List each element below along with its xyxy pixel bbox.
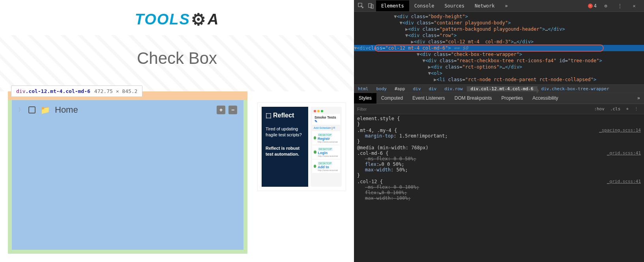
- chevron-right-icon[interactable]: 〉: [18, 106, 24, 113]
- more-menu-icon[interactable]: ⋮: [615, 1, 625, 11]
- hov-toggle[interactable]: :hov: [592, 106, 607, 112]
- ad-panel-left: ⬚Reflect Tired of updating fragile test …: [262, 107, 308, 187]
- tabs-overflow-icon[interactable]: »: [500, 0, 513, 11]
- ad-item: DESKTOP Registrhttp://www.automat: [312, 131, 340, 145]
- device-toolbar-icon[interactable]: [366, 1, 376, 11]
- media-query: @media (min-width: 768px): [357, 145, 641, 151]
- rule-source-link[interactable]: _grid.scss:41: [607, 179, 641, 184]
- gear-icon: ⚙: [191, 10, 207, 29]
- ad-add-schedule: Add Schedule: [314, 126, 331, 129]
- cls-toggle[interactable]: .cls: [608, 106, 623, 112]
- tab-elements[interactable]: Elements: [376, 0, 409, 11]
- ad-preview: Smoke Tests ✎ Add Schedule | R DESKTOP R…: [311, 107, 342, 187]
- css-property-overridden[interactable]: -ms-flex: 0 0 50%;: [357, 156, 641, 162]
- highlight-content: 〉 📁 Home + −: [12, 100, 243, 250]
- reflect-icon: ⬚: [266, 111, 271, 119]
- tab-network[interactable]: Network: [470, 0, 500, 11]
- css-property[interactable]: margin-top: 1.5rem!important;: [357, 133, 641, 139]
- crumb-row[interactable]: div.row: [440, 86, 466, 91]
- styles-tabs-overflow-icon[interactable]: »: [633, 93, 644, 104]
- window-dots-icon: [312, 108, 340, 114]
- collapse-all-button[interactable]: −: [228, 106, 237, 114]
- crumb-body[interactable]: body: [373, 86, 391, 91]
- styles-tab-bar: Styles Computed Event Listeners DOM Brea…: [354, 93, 644, 104]
- crumb-html[interactable]: html: [354, 86, 373, 91]
- styles-pane[interactable]: element.style { } .mt-4, .my-4 {_spacing…: [354, 114, 644, 262]
- checkbox-unchecked-icon[interactable]: [28, 106, 36, 113]
- tab-accessibility[interactable]: Accessibility: [528, 93, 563, 104]
- tooltip-tag: div: [16, 88, 25, 94]
- dom-selected-node[interactable]: ⋯ ▼<div class="col-12 mt-4 col-md-6"> ==…: [354, 45, 644, 51]
- css-property[interactable]: flex:▶0 0 50%;: [357, 162, 641, 167]
- rule-selector[interactable]: .col-12 {: [357, 179, 383, 184]
- page-viewport: TOOLS⚙A Check Box div.col-12.mt-4.col-md…: [0, 0, 354, 262]
- devtools-panel: Elements Console Sources Network » ✕4 ⚙ …: [354, 0, 644, 262]
- rule-selector[interactable]: .mt-4, .my-4 {: [357, 128, 397, 133]
- ad-item: DESKTOP Loginhttp://www.automat: [312, 145, 340, 159]
- tooltip-dimensions: 472.75 × 845.2: [94, 88, 138, 94]
- logo-header: TOOLS⚙A: [0, 0, 354, 35]
- highlight-padding: 〉 📁 Home + −: [8, 100, 247, 254]
- styles-filter-input[interactable]: [357, 107, 592, 111]
- styles-more-icon[interactable]: ⋮: [632, 106, 641, 112]
- tab-dom-breakpoints[interactable]: DOM Breakpoints: [450, 93, 497, 104]
- crumb-wrapper[interactable]: div.check-box-tree-wrapper: [537, 86, 613, 91]
- rule-source-link[interactable]: _grid.scss:41: [607, 151, 641, 156]
- tab-computed[interactable]: Computed: [376, 93, 408, 104]
- ad-item: DESKTOP Add tohttp://www.automat: [312, 160, 340, 173]
- content-row: 〉 📁 Home + −: [0, 91, 354, 254]
- error-count-badge[interactable]: ✕4: [588, 3, 597, 9]
- toolsqa-logo[interactable]: TOOLS⚙A: [135, 10, 219, 29]
- folder-icon: 📁: [40, 105, 50, 115]
- dom-tree[interactable]: ▼<div class="body-height"> ▼<div class="…: [354, 12, 644, 84]
- devtools-toolbar: Elements Console Sources Network » ✕4 ⚙ …: [354, 0, 644, 12]
- tooltip-classes: .col-12.mt-4.col-md-6: [25, 88, 90, 94]
- crumb-selected[interactable]: div.col-12.mt-4.col-md-6: [467, 86, 537, 91]
- error-dot-icon: ✕: [588, 4, 593, 8]
- tab-styles[interactable]: Styles: [354, 93, 376, 104]
- crumb-app[interactable]: #app: [391, 86, 409, 91]
- css-property-overridden[interactable]: max-width: 100%;: [357, 195, 641, 201]
- rule-selector[interactable]: element.style {: [357, 116, 641, 121]
- svg-rect-2: [371, 5, 373, 8]
- tab-properties[interactable]: Properties: [496, 93, 528, 104]
- css-property[interactable]: max-width: 50%;: [357, 167, 641, 173]
- pattern-background: Check Box: [0, 35, 354, 91]
- logo-text-qa: A: [208, 11, 219, 28]
- tab-console[interactable]: Console: [409, 0, 440, 11]
- ad-logo: ⬚Reflect: [266, 111, 304, 119]
- ad-text-1: Tired of updating fragile test scripts?: [266, 126, 304, 138]
- close-icon[interactable]: ✕: [629, 1, 639, 11]
- tree-node-home[interactable]: 〉 📁 Home + −: [18, 105, 237, 115]
- breadcrumb: html body #app div div div.row div.col-1…: [354, 84, 644, 93]
- svg-rect-1: [369, 4, 372, 7]
- expand-all-button[interactable]: +: [217, 106, 225, 114]
- settings-gear-icon[interactable]: ⚙: [601, 1, 611, 11]
- tab-sources[interactable]: Sources: [439, 0, 470, 11]
- styles-filter-row: :hov .cls + ⋮: [354, 104, 644, 114]
- tab-event-listeners[interactable]: Event Listeners: [408, 93, 450, 104]
- ad-preview-header: Smoke Tests ✎: [312, 114, 340, 125]
- inspect-element-icon[interactable]: [356, 1, 366, 11]
- page-title: Check Box: [0, 43, 354, 80]
- tree-node-label: Home: [55, 105, 78, 115]
- new-style-rule-icon[interactable]: +: [623, 106, 631, 112]
- rule-source-link[interactable]: _spacing.scss:14: [599, 128, 641, 133]
- highlight-margin: 〉 📁 Home + −: [8, 91, 247, 254]
- ad-text-2: Reflect is robust test automation.: [266, 145, 304, 158]
- inspector-tooltip: div.col-12.mt-4.col-md-6472.75 × 845.2: [11, 85, 142, 97]
- css-property-overridden[interactable]: flex:▶0 0 100%;: [357, 190, 641, 195]
- rule-selector[interactable]: .col-md-6 {: [357, 151, 388, 156]
- crumb-div[interactable]: div: [409, 86, 425, 91]
- logo-text-tools: TOOLS: [135, 11, 190, 28]
- ad-widget[interactable]: ⬚Reflect Tired of updating fragile test …: [257, 102, 346, 191]
- crumb-div[interactable]: div: [425, 86, 440, 91]
- css-property-overridden[interactable]: -ms-flex: 0 0 100%;: [357, 184, 641, 190]
